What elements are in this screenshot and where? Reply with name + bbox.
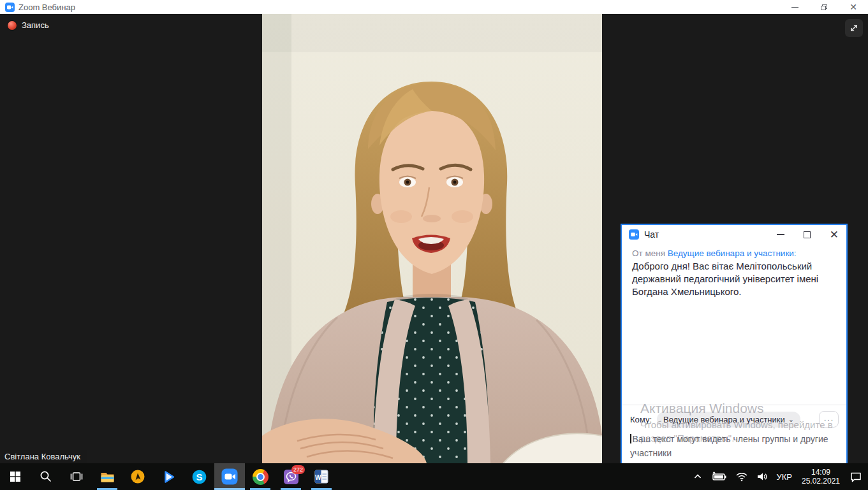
recording-indicator: Запись xyxy=(8,20,49,30)
record-dot-icon xyxy=(8,21,17,30)
file-explorer-icon xyxy=(99,468,116,486)
chat-header[interactable]: Чат ✕ xyxy=(622,225,846,244)
meeting-content-area: Запись xyxy=(0,14,868,463)
clock-time: 14:09 xyxy=(802,468,840,477)
recording-label: Запись xyxy=(22,20,49,30)
zoom-taskbar-button[interactable] xyxy=(214,463,245,490)
chat-title: Чат xyxy=(644,229,659,240)
clock[interactable]: 14:09 25.02.2021 xyxy=(798,463,843,490)
chat-recipient-dropdown[interactable]: Ведущие вебинара и участники ⌄ xyxy=(657,412,800,428)
skype-button[interactable]: S xyxy=(184,463,214,490)
chat-zoom-icon xyxy=(629,229,639,240)
chat-message-meta: От меня Ведущие вебинара и участники: xyxy=(632,249,836,258)
active-speaker-name-tag: Світлана Ковальчук xyxy=(0,450,87,463)
text-caret xyxy=(630,434,631,443)
zoom-app-icon xyxy=(5,3,15,12)
aimp-icon xyxy=(129,468,146,485)
search-button[interactable] xyxy=(31,463,61,490)
language-indicator[interactable]: УКР xyxy=(774,463,794,490)
chat-message-list[interactable]: От меня Ведущие вебинара и участники: До… xyxy=(622,244,846,405)
chevron-down-icon: ⌄ xyxy=(788,415,794,424)
wifi-status-icon[interactable] xyxy=(733,463,750,490)
aimp-button[interactable] xyxy=(122,463,153,490)
chat-minimize-button[interactable] xyxy=(777,234,784,235)
chat-to-label: Кому: xyxy=(630,415,652,424)
system-tray: УКР 14:09 25.02.2021 xyxy=(691,463,868,490)
viber-button[interactable]: 272 xyxy=(276,463,306,490)
battery-status-icon[interactable] xyxy=(709,463,729,490)
action-center-button[interactable] xyxy=(848,463,864,490)
chat-message-text: Доброго дня! Вас вітає Мелітопольський д… xyxy=(632,260,842,298)
chat-more-button[interactable]: ··· xyxy=(819,411,839,428)
file-explorer-button[interactable] xyxy=(92,463,122,490)
windows-taskbar: S 272 xyxy=(0,463,868,490)
word-button[interactable]: W xyxy=(306,463,337,490)
volume-status-icon[interactable] xyxy=(754,463,770,490)
chat-maximize-button[interactable] xyxy=(804,231,811,238)
window-controls: ✕ xyxy=(780,0,868,14)
windows-logo-icon xyxy=(8,469,23,484)
chat-from-label: От меня xyxy=(632,249,665,258)
window-title: Zoom Вебинар xyxy=(18,3,75,12)
minimize-button[interactable] xyxy=(780,0,809,14)
ellipsis-icon: ··· xyxy=(824,415,834,424)
window-titlebar: Zoom Вебинар ✕ xyxy=(0,0,868,14)
chat-input-field[interactable]: Ваш текст могут видеть члены группы и др… xyxy=(630,432,829,460)
play-icon xyxy=(160,468,177,486)
fullscreen-button[interactable] xyxy=(845,19,863,37)
viber-notification-badge: 272 xyxy=(291,465,305,474)
svg-text:S: S xyxy=(196,472,202,482)
zoom-webinar-window: Zoom Вебинар ✕ Запись xyxy=(0,0,868,490)
speaker-video-feed xyxy=(262,14,602,463)
chat-recipient-value: Ведущие вебинара и участники xyxy=(663,415,785,424)
zoom-icon xyxy=(221,468,239,486)
chat-close-button[interactable]: ✕ xyxy=(830,229,839,240)
chrome-button[interactable] xyxy=(245,463,276,490)
chat-window: Чат ✕ От меня Ведущие вебинара и участни… xyxy=(621,224,848,466)
close-button[interactable]: ✕ xyxy=(839,0,868,14)
skype-icon: S xyxy=(191,468,208,486)
clock-date: 25.02.2021 xyxy=(802,477,840,486)
chat-compose-area: Кому: Ведущие вебинара и участники ⌄ ···… xyxy=(622,405,846,465)
task-view-button[interactable] xyxy=(61,463,92,490)
tray-expand-button[interactable] xyxy=(691,463,705,490)
fullscreen-expand-icon xyxy=(848,22,860,34)
svg-text:W: W xyxy=(315,474,321,481)
media-player-button[interactable] xyxy=(153,463,184,490)
chevron-up-icon xyxy=(693,472,703,482)
word-icon: W xyxy=(313,468,330,485)
search-icon xyxy=(38,469,54,484)
chat-recipient-group-link[interactable]: Ведущие вебинара и участники: xyxy=(668,249,797,258)
start-button[interactable] xyxy=(0,463,31,490)
chrome-icon xyxy=(253,469,268,485)
task-view-icon xyxy=(68,468,85,485)
action-center-icon xyxy=(850,471,862,482)
restore-button[interactable] xyxy=(809,0,839,14)
chat-input-placeholder: Ваш текст могут видеть члены группы и др… xyxy=(630,434,828,458)
